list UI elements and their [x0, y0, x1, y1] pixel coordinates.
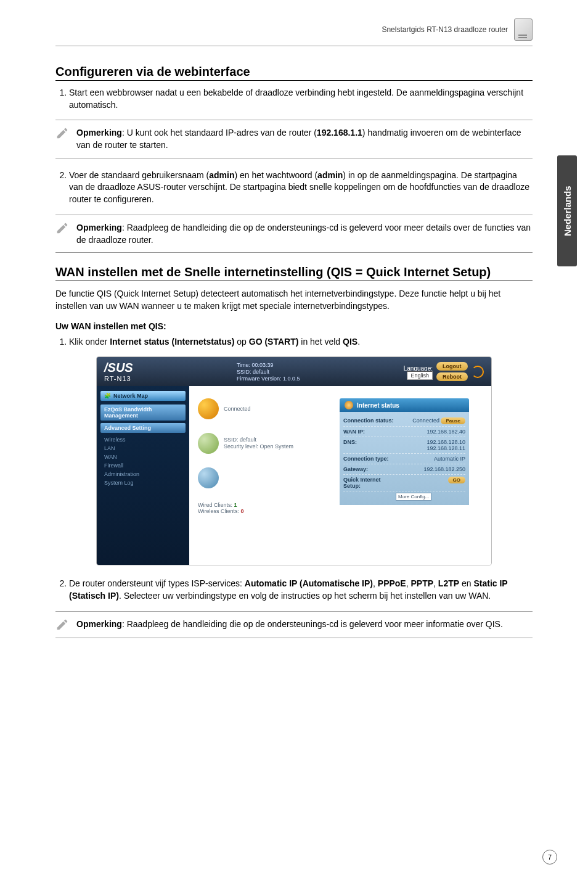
doc-header: Snelstartgids RT-N13 draadloze router	[382, 25, 508, 34]
router-icon	[514, 18, 533, 41]
s1s2a: Voer de standaard gebruikersnaam (	[69, 170, 209, 180]
hdr-fw: Firmware Version: 1.0.0.5	[237, 376, 300, 382]
s2s2b: . Selecteer uw verbindingstype en volg d…	[119, 591, 491, 601]
lock-icon	[198, 433, 219, 454]
s2s2pppoe: PPPoE	[378, 578, 406, 588]
s2s1a: Klik onder	[69, 337, 110, 347]
globe-icon	[198, 398, 219, 419]
sidebar: 🧩 Network Map EzQoS Bandwidth Management…	[97, 386, 189, 565]
status-title: Internet status	[357, 402, 399, 409]
logout-button[interactable]: Logout	[436, 362, 468, 371]
s2-step1: Klik onder Internet status (Internetstat…	[69, 336, 533, 348]
status-globe-icon	[345, 401, 353, 409]
note2-text: : Raadpleeg de handleiding die op de ond…	[76, 223, 531, 245]
center-sec: Security level: Open System	[224, 443, 293, 451]
row-wanip-val: 192.168.182.40	[427, 429, 465, 435]
sidebar-item-wan[interactable]: WAN	[100, 453, 186, 461]
security-block[interactable]: SSID: default Security level: Open Syste…	[198, 433, 333, 454]
section2-title: WAN instellen met de Snelle internetinst…	[55, 265, 533, 281]
wired-label: Wired Clients:	[198, 502, 232, 508]
s2s1e: in het veld	[298, 337, 343, 347]
model-label: RT-N13	[104, 375, 133, 382]
s2s1c: op	[234, 337, 248, 347]
row-ctype-val: Automatic IP	[434, 456, 465, 462]
s1s2admin1: admin	[209, 170, 234, 180]
pause-button[interactable]: Pause	[441, 417, 465, 424]
hdr-ssid: SSID: default	[237, 369, 300, 375]
side-map-label: Network Map	[113, 393, 148, 399]
row-gw-val: 192.168.182.250	[423, 466, 465, 472]
sidebar-item-admin[interactable]: Administration	[100, 470, 186, 478]
s1-step1: Start een webbrowser nadat u een bekabel…	[69, 87, 533, 111]
sidebar-item-lan[interactable]: LAN	[100, 444, 186, 453]
sidebar-item-firewall[interactable]: Firewall	[100, 461, 186, 470]
sidebar-item-network-map[interactable]: 🧩 Network Map	[100, 391, 186, 401]
row-wanip-label: WAN IP:	[343, 429, 396, 435]
wired-count: 1	[234, 502, 237, 508]
connected-label: Connected	[224, 406, 251, 413]
row-dns-val2: 192.168.128.11	[427, 445, 465, 451]
center-ssid: SSID: default	[224, 437, 293, 444]
s1s2admin2: admin	[317, 170, 343, 180]
wireless-count: 0	[241, 508, 244, 514]
clients-block[interactable]	[198, 467, 333, 488]
s1-step2: Voer de standaard gebruikersnaam (admin)…	[69, 170, 533, 206]
s2-step2: De router ondersteunt vijf types ISP-ser…	[69, 578, 533, 602]
hdr-time: Time: 00:03:39	[237, 362, 300, 368]
row-conn-label: Connection status:	[343, 417, 396, 424]
more-config-select[interactable]: More Config...	[396, 493, 431, 501]
note2-label: Opmerking	[76, 223, 122, 232]
s2s2a: De router ondersteunt vijf types ISP-ser…	[69, 578, 245, 588]
pencil-icon	[55, 126, 69, 140]
note-box-3: Opmerking: Raadpleeg de handleiding die …	[55, 611, 533, 638]
sidebar-item-wireless[interactable]: Wireless	[100, 435, 186, 444]
sidebar-item-advanced[interactable]: Advanced Setting	[100, 423, 186, 433]
wireless-label: Wireless Clients:	[198, 508, 239, 514]
note1-ip: 192.168.1.1	[317, 128, 362, 138]
s2s2l2tp: L2TP	[438, 578, 459, 588]
pencil-icon	[55, 618, 69, 631]
reboot-button[interactable]: Reboot	[436, 372, 468, 381]
row-dns-label: DNS:	[343, 439, 396, 451]
reload-icon[interactable]	[472, 366, 484, 378]
s2s2en: en	[459, 578, 473, 588]
note3-text: : Raadpleeg de handleiding die op de ond…	[122, 619, 503, 629]
note1-a: : U kunt ook het standaard IP-adres van …	[122, 128, 317, 138]
s2s1d: GO (START)	[249, 337, 299, 347]
status-header: Internet status	[340, 398, 469, 412]
language-select[interactable]: English	[407, 371, 433, 380]
sidebar-item-log[interactable]: System Log	[100, 478, 186, 487]
row-dns-val1: 192.168.128.10	[427, 439, 465, 445]
s1s2b: ) en het wachtwoord (	[234, 170, 317, 180]
row-ctype-label: Connection type:	[343, 456, 396, 462]
router-ui-screenshot: /SUS RT-N13 Time: 00:03:39 SSID: default…	[96, 356, 492, 565]
sidebar-item-ezqos[interactable]: EzQoS Bandwidth Management	[100, 405, 186, 421]
s2s2pptp: PPTP	[410, 578, 433, 588]
go-button[interactable]: GO	[448, 477, 465, 483]
pencil-icon	[55, 221, 69, 235]
note1-label: Opmerking	[76, 128, 122, 138]
s2s1b: Internet status (Internetstatus)	[110, 337, 234, 347]
s2s1g: .	[357, 337, 360, 347]
row-gw-label: Gateway:	[343, 466, 396, 472]
note-box-1: Opmerking: U kunt ook het standaard IP-a…	[55, 120, 533, 158]
note-box-2: Opmerking: Raadpleeg de handleiding die …	[55, 215, 533, 253]
language-side-tab: Nederlands	[557, 155, 577, 266]
internet-block[interactable]: Connected	[198, 398, 333, 419]
s2s1f: QIS	[343, 337, 357, 347]
row-conn-val: Connected	[412, 417, 439, 424]
page-number: 7	[542, 850, 557, 865]
s2-sub: Uw WAN instellen met QIS:	[55, 321, 533, 331]
s2s2auto: Automatic IP (Automatische IP)	[245, 578, 373, 588]
status-panel: Connection status: Connected Pause WAN I…	[340, 412, 469, 505]
s2-intro: De functie QIS (Quick Internet Setup) de…	[55, 287, 533, 313]
row-qis-label: Quick Internet Setup:	[343, 477, 396, 489]
clients-icon	[198, 467, 219, 488]
brand-logo: /SUS	[104, 361, 133, 375]
section1-title: Configureren via de webinterface	[55, 65, 533, 81]
note3-label: Opmerking	[76, 619, 122, 629]
